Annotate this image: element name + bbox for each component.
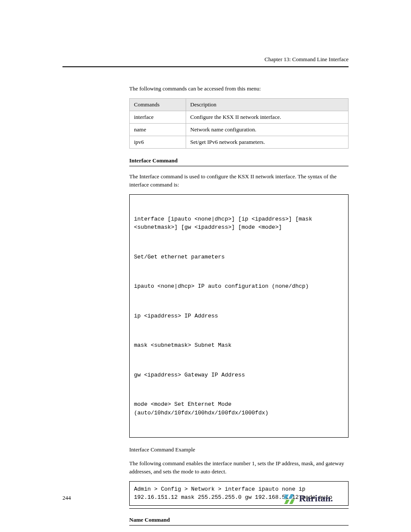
code-line: ipauto <none|dhcp> IP auto configuration… <box>134 282 344 291</box>
code-line: Set/Get ethernet parameters <box>134 253 344 261</box>
table-head-desc: Description <box>186 98 348 111</box>
name-command-heading: Name Command <box>129 516 349 523</box>
table-cell-cmd: interface <box>130 111 186 123</box>
code-line: mode <mode> Set Ehternet Mode (auto/10hd… <box>134 400 344 417</box>
page-number: 244 <box>62 495 71 501</box>
table-head-cmd: Commands <box>130 98 186 111</box>
code-line: gw <ipaddress> Gateway IP Address <box>134 371 344 380</box>
intro-para: The following commands can be accessed f… <box>129 84 349 93</box>
page-footer: 244 Raritan. <box>62 490 349 506</box>
code-line: interface [ipauto <none|dhcp>] [ip <ipad… <box>134 215 344 232</box>
table-cell-cmd: name <box>130 123 186 136</box>
header-rule <box>62 66 349 67</box>
table-row: interface Configure the KSX II network i… <box>130 111 349 123</box>
code-line: ip <ipaddress> IP Address <box>134 312 344 320</box>
commands-table: Commands Description interface Configure… <box>129 98 349 149</box>
table-cell-desc: Network name configuration. <box>186 123 348 136</box>
code-line: mask <subnetmask> Subnet Mask <box>134 341 344 350</box>
table-cell-cmd: ipv6 <box>130 136 186 148</box>
table-cell-desc: Set/get IPv6 network parameters. <box>186 136 348 148</box>
chapter-header: Chapter 13: Command Line Interface <box>62 56 349 63</box>
interface-command-heading: Interface Command <box>129 157 349 164</box>
table-row: ipv6 Set/get IPv6 network parameters. <box>130 136 349 148</box>
table-row: name Network name configuration. <box>130 123 349 136</box>
code-under-rule <box>129 508 349 509</box>
interface-para: The Interface command is used to configu… <box>129 172 349 189</box>
raritan-logo: Raritan. <box>282 490 349 506</box>
heading-rule <box>129 166 349 166</box>
interface-example-para: The following command enables the interf… <box>129 459 349 476</box>
table-cell-desc: Configure the KSX II network interface. <box>186 111 348 123</box>
heading-rule <box>129 525 349 526</box>
interface-example-label: Interface Command Example <box>129 445 349 454</box>
logo-text: Raritan. <box>299 493 333 504</box>
interface-syntax-code: interface [ipauto <none|dhcp>] [ip <ipad… <box>129 194 349 438</box>
